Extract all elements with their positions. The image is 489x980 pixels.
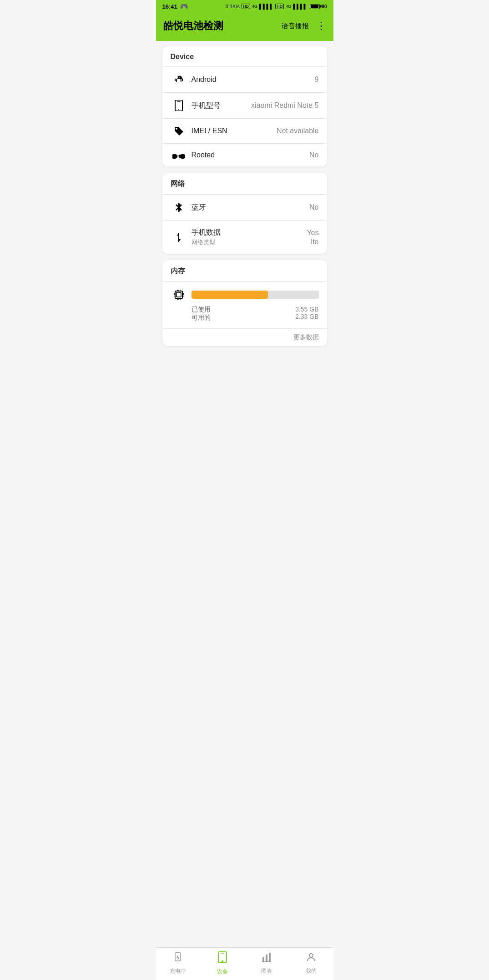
mobile-data-label: 手机数据 bbox=[192, 228, 307, 237]
phone-model-value: xiaomi Redmi Note 5 bbox=[251, 101, 319, 110]
nav-charging-label: 充电中 bbox=[170, 967, 186, 975]
used-value: 3.55 GB bbox=[295, 306, 318, 313]
svg-rect-29 bbox=[262, 957, 264, 962]
android-label: Android bbox=[192, 75, 315, 84]
tag-icon bbox=[171, 126, 187, 136]
user-icon bbox=[306, 952, 317, 965]
hd-badge: HD bbox=[242, 4, 250, 9]
status-right: 0.1K/s HD 4G ▌▌▌▌ HD 4G ▌▌▌▌ 90 bbox=[226, 4, 327, 9]
bottom-navigation: 充电中 设备 图表 bbox=[156, 947, 333, 980]
bluetooth-row: 蓝牙 No bbox=[162, 195, 327, 221]
phone-model-row: 手机型号 xiaomi Redmi Note 5 bbox=[162, 93, 327, 119]
rooted-label: Rooted bbox=[192, 151, 310, 159]
header-actions: 语音播报 ⋮ bbox=[282, 20, 326, 32]
nav-charging[interactable]: 充电中 bbox=[156, 952, 201, 975]
device-icon bbox=[217, 951, 227, 966]
phone-model-label: 手机型号 bbox=[192, 101, 252, 111]
svg-point-32 bbox=[309, 954, 313, 957]
memory-used-group: 已使用 可用的 bbox=[192, 306, 211, 322]
mobile-data-values: Yes lte bbox=[307, 229, 318, 246]
phone-icon bbox=[171, 100, 187, 111]
used-label: 已使用 bbox=[192, 306, 211, 314]
memory-stats: 已使用 可用的 3.55 GB 2.33 GB bbox=[171, 306, 319, 322]
android-value: 9 bbox=[315, 75, 319, 84]
battery-fill bbox=[311, 5, 318, 8]
nav-mine[interactable]: 我的 bbox=[289, 952, 333, 975]
signal-4g-1: 4G bbox=[252, 4, 257, 9]
signal-bars-2: ▌▌▌▌ bbox=[293, 4, 307, 9]
memory-bar-section: 已使用 可用的 3.55 GB 2.33 GB bbox=[162, 282, 327, 329]
network-type-value: lte bbox=[311, 238, 319, 246]
signal-4g-2: 4G bbox=[286, 4, 291, 9]
nav-device-label: 设备 bbox=[217, 968, 228, 975]
app-title: 皓悦电池检测 bbox=[163, 19, 223, 33]
app-icon-indicator: 🎮 bbox=[180, 3, 188, 10]
android-row: Android 9 bbox=[162, 67, 327, 93]
available-value: 2.33 GB bbox=[295, 313, 318, 320]
memory-progress-fill bbox=[192, 291, 268, 299]
more-data-text[interactable]: 更多数据 bbox=[293, 333, 319, 342]
available-label: 可用的 bbox=[192, 314, 211, 322]
more-menu-button[interactable]: ⋮ bbox=[316, 20, 326, 32]
speed-indicator: 0.1K/s bbox=[226, 4, 240, 9]
memory-progress-bar bbox=[192, 291, 319, 299]
nav-chart-label: 图表 bbox=[261, 967, 272, 975]
device-card: Device Android 9 bbox=[162, 46, 327, 166]
bluetooth-value: No bbox=[309, 203, 318, 211]
cpu-icon bbox=[171, 289, 187, 300]
charging-icon bbox=[172, 952, 183, 965]
nav-device[interactable]: 设备 bbox=[200, 951, 245, 975]
battery-icon bbox=[310, 4, 320, 9]
svg-rect-4 bbox=[179, 155, 181, 158]
imei-value: Not available bbox=[277, 127, 319, 135]
app-header: 皓悦电池检测 语音播报 ⋮ bbox=[156, 13, 333, 41]
android-icon bbox=[171, 74, 187, 85]
imei-row: IMEI / ESN Not available bbox=[162, 119, 327, 144]
svg-rect-1 bbox=[177, 101, 181, 102]
signal-bars-1: ▌▌▌▌ bbox=[259, 4, 273, 9]
more-data-row[interactable]: 更多数据 bbox=[162, 329, 327, 346]
glasses-icon bbox=[171, 151, 187, 159]
network-section-title: 网络 bbox=[162, 173, 327, 195]
rooted-value: No bbox=[309, 151, 318, 159]
svg-rect-3 bbox=[172, 155, 175, 158]
mobile-data-value: Yes bbox=[307, 229, 318, 237]
rooted-row: Rooted No bbox=[162, 144, 327, 166]
nav-chart[interactable]: 图表 bbox=[245, 952, 289, 975]
status-bar: 16:41 🎮 0.1K/s HD 4G ▌▌▌▌ HD 4G ▌▌▌▌ 90 bbox=[156, 0, 333, 13]
time-display: 16:41 bbox=[162, 3, 177, 10]
network-card: 网络 蓝牙 No bbox=[162, 173, 327, 254]
mobile-data-row: 手机数据 网络类型 Yes lte bbox=[162, 221, 327, 254]
memory-bar-row bbox=[171, 289, 319, 300]
svg-rect-30 bbox=[266, 955, 267, 962]
bluetooth-label: 蓝牙 bbox=[192, 203, 310, 212]
svg-point-2 bbox=[178, 109, 179, 110]
imei-label: IMEI / ESN bbox=[192, 127, 277, 135]
nav-mine-label: 我的 bbox=[306, 967, 317, 975]
data-transfer-icon bbox=[171, 232, 187, 243]
svg-rect-9 bbox=[176, 292, 181, 297]
network-type-label: 网络类型 bbox=[192, 238, 307, 246]
svg-rect-31 bbox=[269, 953, 271, 962]
status-left: 16:41 🎮 bbox=[162, 3, 188, 10]
main-content: Device Android 9 bbox=[156, 41, 333, 352]
mobile-data-content: 手机数据 网络类型 bbox=[192, 228, 307, 246]
memory-values-group: 3.55 GB 2.33 GB bbox=[295, 306, 318, 322]
chart-icon bbox=[261, 952, 272, 965]
svg-point-27 bbox=[222, 961, 223, 962]
battery-percent: 90 bbox=[322, 4, 327, 9]
bluetooth-icon bbox=[171, 202, 187, 213]
device-section-title: Device bbox=[162, 46, 327, 67]
voice-broadcast-button[interactable]: 语音播报 bbox=[282, 22, 309, 30]
hd-badge-2: HD bbox=[275, 4, 284, 9]
memory-card: 内存 bbox=[162, 260, 327, 346]
memory-section-title: 内存 bbox=[162, 260, 327, 282]
